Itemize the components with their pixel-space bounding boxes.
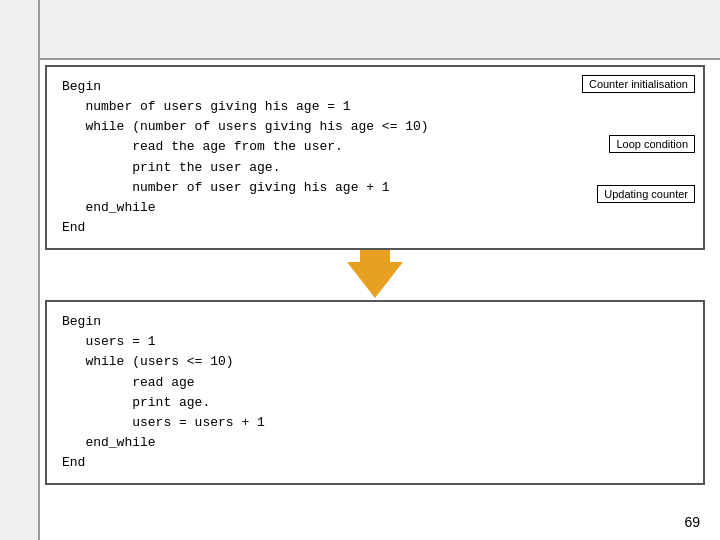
upper-code-box: Begin number of users giving his age = 1…: [45, 65, 705, 250]
arrow-down-icon: [347, 262, 403, 298]
upper-code-text: Begin number of users giving his age = 1…: [62, 77, 533, 238]
counter-init-label: Counter initialisation: [582, 75, 695, 93]
loop-condition-label: Loop condition: [609, 135, 695, 153]
page-number: 69: [684, 514, 700, 530]
main-content: Begin number of users giving his age = 1…: [45, 65, 705, 525]
lower-code-text: Begin users = 1 while (users <= 10) read…: [62, 312, 688, 473]
arrow-down-wrapper: [347, 262, 403, 298]
left-bar: [0, 0, 40, 540]
updating-counter-label: Updating counter: [597, 185, 695, 203]
arrow-container: [45, 260, 705, 300]
top-bar: [0, 0, 720, 60]
lower-code-box: Begin users = 1 while (users <= 10) read…: [45, 300, 705, 485]
arrow-stem: [360, 250, 390, 262]
page-container: Begin number of users giving his age = 1…: [0, 0, 720, 540]
